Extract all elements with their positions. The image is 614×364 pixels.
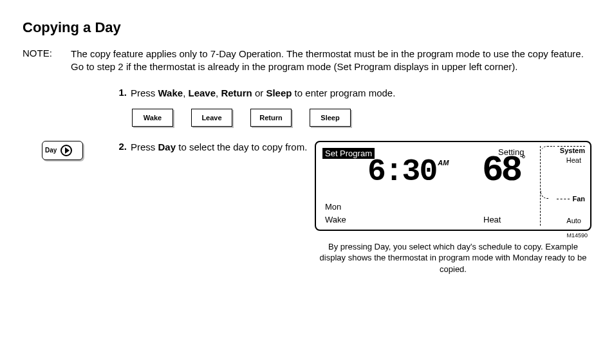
page-title: Copying a Day xyxy=(23,19,591,36)
step-number: 2. xyxy=(113,141,131,152)
day-button-label: Day xyxy=(45,147,57,154)
step-2-text: Press Day to select the day to copy from… xyxy=(131,141,315,154)
lcd-time-value: 6:30 xyxy=(367,156,436,187)
lcd-ampm: AM xyxy=(438,159,449,167)
leave-button[interactable]: Leave xyxy=(191,109,232,127)
note-text: The copy feature applies only to 7-Day O… xyxy=(71,48,591,74)
step-1: 1. Press Wake, Leave, Return or Sleep to… xyxy=(23,87,591,100)
figure-caption: By pressing Day, you select which day's … xyxy=(315,241,591,275)
lcd-system-mode: Heat xyxy=(566,156,581,164)
thermostat-display: Set Program Setting 6:30 AM 68 ° Mon Wak… xyxy=(315,141,591,231)
step-1-text: Press Wake, Leave, Return or Sleep to en… xyxy=(131,87,591,100)
lcd-right-panel: System Heat Fan Auto xyxy=(540,146,585,226)
wake-button[interactable]: Wake xyxy=(132,109,173,127)
lcd-mode-bottom: Heat xyxy=(483,215,501,224)
sleep-button[interactable]: Sleep xyxy=(310,109,351,127)
day-button[interactable]: Day xyxy=(42,141,83,160)
lcd-set-program: Set Program xyxy=(322,148,375,159)
figure-id: M14590 xyxy=(566,232,588,239)
lcd-day: Mon xyxy=(325,202,341,212)
play-icon xyxy=(60,145,72,156)
lcd-time: 6:30 AM xyxy=(367,156,449,187)
step-2-row: Day 2. Press Day to select the day to co… xyxy=(23,141,591,275)
lcd-temp: 68 ° xyxy=(482,152,526,188)
lcd-period: Wake xyxy=(325,215,346,224)
step-number: 1. xyxy=(113,87,131,98)
lcd-temp-value: 68 xyxy=(482,152,520,188)
note-label: NOTE: xyxy=(23,48,71,74)
degree-icon: ° xyxy=(521,154,525,165)
mode-button-group: Wake Leave Return Sleep xyxy=(132,109,591,127)
lcd-system-label: System xyxy=(557,146,585,154)
return-button[interactable]: Return xyxy=(250,109,292,127)
lcd-fan-label: Fan xyxy=(572,195,585,203)
lcd-fan-mode: Auto xyxy=(566,217,581,224)
note-block: NOTE: The copy feature applies only to 7… xyxy=(23,48,591,74)
